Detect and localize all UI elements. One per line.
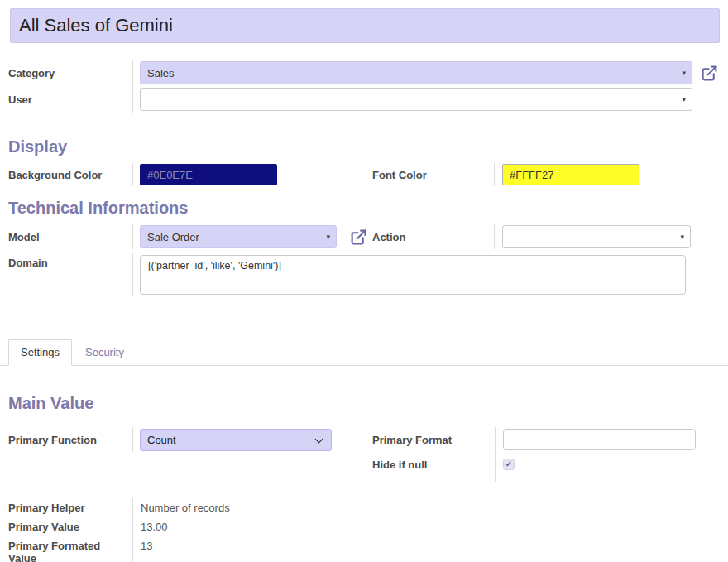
domain-row: Domain [('partner_id', 'ilike', 'Gemini'… — [0, 253, 728, 296]
dropdown-caret-icon: ▾ — [680, 233, 684, 241]
user-row: User ▾ — [0, 86, 728, 113]
model-external-link-button[interactable] — [350, 228, 367, 246]
primary-info-group: Primary Helper Number of records Primary… — [0, 498, 728, 562]
primary-helper-row: Primary Helper Number of records — [0, 498, 728, 517]
external-link-icon — [701, 65, 718, 82]
primary-function-select[interactable]: Count — [140, 429, 332, 451]
model-action-row: Model Sale Order ▾ Action ▾ — [0, 224, 728, 249]
external-link-icon — [350, 228, 367, 246]
main-value-heading: Main Value — [0, 394, 728, 413]
primary-function-group: Primary Function Count Primary Format Hi… — [0, 427, 728, 482]
user-dropdown[interactable]: ▾ — [140, 88, 692, 111]
background-color-label: Background Color — [8, 169, 102, 181]
hide-if-null-label: Hide if null — [372, 459, 427, 471]
background-color-input[interactable] — [140, 164, 277, 185]
category-value: Sales — [147, 67, 175, 79]
category-dropdown[interactable]: Sales ▾ — [140, 61, 692, 84]
primary-value-label: Primary Value — [8, 521, 79, 533]
check-icon: ✓ — [505, 460, 512, 468]
primary-formated-value-label: Primary Formated Value — [8, 540, 100, 562]
display-section-heading: Display — [0, 137, 728, 156]
primary-value-row: Primary Value 13.00 — [0, 517, 728, 536]
primary-function-label: Primary Function — [8, 434, 97, 446]
domain-textarea[interactable]: [('partner_id', 'ilike', 'Gemini')] — [140, 255, 686, 295]
user-label: User — [8, 94, 32, 106]
action-dropdown[interactable]: ▾ — [502, 225, 691, 248]
kpi-title-input[interactable] — [10, 8, 720, 43]
hide-if-null-checkbox[interactable]: ✓ — [503, 459, 515, 470]
category-external-link-button[interactable] — [701, 65, 718, 82]
domain-label: Domain — [8, 257, 48, 269]
primary-helper-label: Primary Helper — [8, 502, 85, 514]
primary-formated-value-value: 13 — [132, 536, 728, 562]
category-label: Category — [8, 67, 55, 79]
dropdown-caret-icon: ▾ — [682, 95, 686, 103]
font-color-label: Font Color — [372, 169, 427, 181]
dropdown-caret-icon: ▾ — [326, 233, 330, 241]
category-row: Category Sales ▾ — [0, 60, 728, 86]
colors-row: Background Color Font Color — [0, 163, 728, 186]
chevron-down-icon — [315, 435, 323, 443]
model-label: Model — [8, 231, 40, 243]
tab-settings[interactable]: Settings — [8, 339, 72, 366]
model-value: Sale Order — [147, 231, 199, 243]
font-color-input[interactable] — [502, 164, 639, 185]
primary-value-value: 13.00 — [132, 517, 728, 536]
primary-function-value: Count — [147, 434, 176, 446]
primary-helper-value: Number of records — [132, 498, 728, 517]
model-dropdown[interactable]: Sale Order ▾ — [140, 225, 337, 248]
action-label: Action — [372, 231, 405, 243]
tab-security[interactable]: Security — [74, 340, 136, 365]
primary-format-label: Primary Format — [372, 434, 452, 446]
notebook-tabbar: Settings Security — [0, 339, 728, 366]
primary-format-input[interactable] — [503, 429, 696, 450]
dropdown-caret-icon: ▾ — [682, 69, 686, 77]
technical-section-heading: Technical Informations — [0, 199, 728, 218]
general-field-group: Category Sales ▾ User ▾ — [0, 60, 728, 113]
primary-formated-value-row: Primary Formated Value 13 — [0, 536, 728, 562]
